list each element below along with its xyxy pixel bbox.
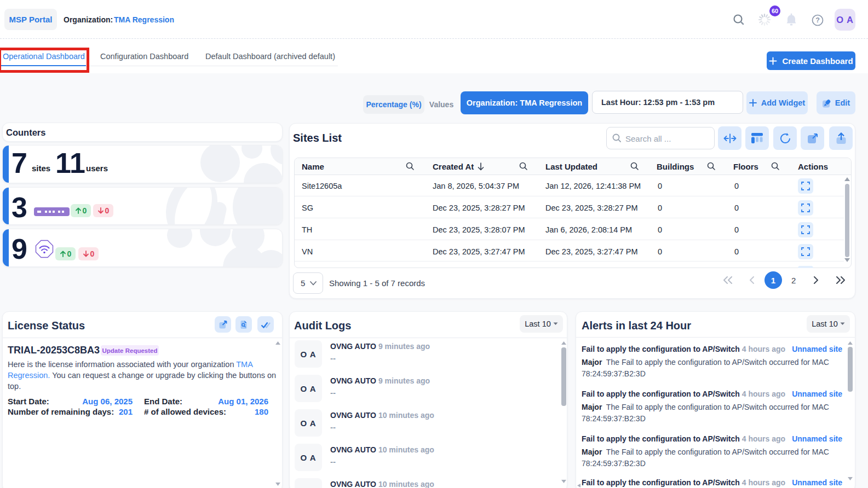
svg-text:?: ? bbox=[815, 16, 820, 24]
